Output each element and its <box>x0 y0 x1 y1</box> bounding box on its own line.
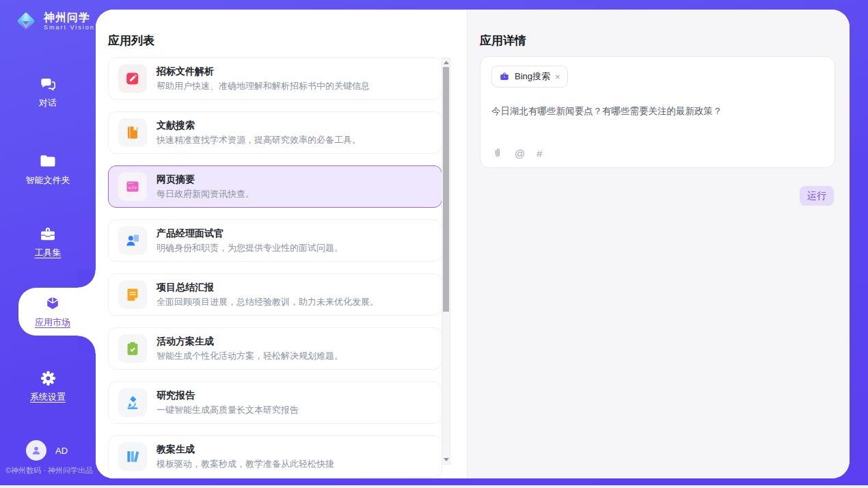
app-card-title: 教案生成 <box>157 444 334 455</box>
browser-code-icon: </> <box>118 172 147 201</box>
sidebar-item-settings[interactable]: 系统设置 <box>0 369 96 401</box>
sidebar-item-app-market[interactable]: 应用市场 <box>18 294 87 327</box>
app-card-lesson-plan[interactable]: 教案生成 模板驱动，教案秒成，教学准备从此轻松快捷 <box>108 435 442 478</box>
app-card-title: 活动方案生成 <box>157 336 343 347</box>
paperclip-icon[interactable] <box>492 148 503 159</box>
app-list: 招标文件解析 帮助用户快速、准确地理解和解析招标书中的关键信息 文献搜索 <box>108 57 442 478</box>
app-card-bid-document-parse[interactable]: 招标文件解析 帮助用户快速、准确地理解和解析招标书中的关键信息 <box>108 57 442 100</box>
hashtag-icon[interactable]: # <box>537 148 542 159</box>
sidebar-item-toolset[interactable]: 工具集 <box>0 224 96 257</box>
tab-curve-bottom <box>78 336 96 353</box>
avatar <box>26 440 46 461</box>
cube-icon <box>43 294 62 313</box>
tab-curve-top <box>78 270 96 288</box>
sidebar-item-label: 应用市场 <box>35 318 70 327</box>
run-button[interactable]: 运行 <box>800 186 834 206</box>
scrollbar-thumb[interactable] <box>443 67 449 312</box>
main-content: 应用列表 招标文件解析 帮助用户快速、准确地理解和解析招标书中的关键信息 <box>96 10 850 478</box>
chat-icon <box>39 75 57 94</box>
app-card-pm-interviewer[interactable]: 产品经理面试官 明确身份和职责，为您提供专业性的面试问题。 <box>108 219 442 262</box>
chip-close-icon[interactable]: × <box>555 72 560 81</box>
scroll-up-arrow-icon[interactable] <box>442 58 450 67</box>
sidebar-item-smart-folder[interactable]: 智能文件夹 <box>0 152 96 185</box>
sidebar-item-label: 系统设置 <box>30 392 66 401</box>
app-card-description: 模板驱动，教案秒成，教学准备从此轻松快捷 <box>157 459 334 470</box>
brand-logo: 神州问学 Smart Vision <box>14 9 95 33</box>
app-card-literature-search[interactable]: 文献搜索 快速精准查找学术资源，提高研究效率的必备工具。 <box>108 111 442 154</box>
app-card-project-summary[interactable]: 项目总结汇报 全面回顾项目进展，总结经验教训，助力未来优化发展。 <box>108 273 442 316</box>
app-card-description: 一键智能生成高质量长文本研究报告 <box>157 405 299 416</box>
folder-icon <box>38 152 57 171</box>
sidebar-item-chat[interactable]: 对话 <box>0 75 96 107</box>
app-card-title: 文献搜索 <box>157 120 361 131</box>
tool-chip-bing-search[interactable]: Bing搜索 × <box>491 66 568 87</box>
app-card-title: 招标文件解析 <box>157 66 370 77</box>
app-card-description: 智能生成个性化活动方案，轻松解决规划难题。 <box>157 351 343 362</box>
sidebar-active-tab: 应用市场 <box>18 288 96 336</box>
app-list-title: 应用列表 <box>108 33 154 49</box>
app-card-description: 全面回顾项目进展，总结经验教训，助力未来优化发展。 <box>157 297 379 308</box>
toolbox-icon <box>38 224 57 243</box>
app-frame: 神州问学 Smart Vision 对话 智能文件夹 <box>0 0 868 485</box>
copyright-text: ©神州数码 · 神州问学出品 <box>5 465 108 476</box>
user-account[interactable]: AD <box>26 440 68 461</box>
interviewer-icon <box>118 226 147 255</box>
app-card-title: 研究报告 <box>157 390 299 401</box>
app-card-event-plan[interactable]: 活动方案生成 智能生成个性化活动方案，轻松解决规划难题。 <box>108 327 442 370</box>
microscope-icon <box>118 388 147 417</box>
user-initials: AD <box>55 446 68 456</box>
brand-name: 神州问学 <box>44 12 95 24</box>
sidebar-item-label: 工具集 <box>35 248 62 257</box>
query-input[interactable]: 今日湖北有哪些新闻要点？有哪些需要关注的最新政策？ <box>491 105 824 118</box>
app-detail-panel: 应用详情 Bing搜索 × 今日湖北有哪些新闻要点？有哪些需要关注的最新政策？ <box>467 10 850 478</box>
tool-chip-label: Bing搜索 <box>515 70 550 83</box>
app-card-title: 项目总结汇报 <box>157 282 379 293</box>
app-card-title: 产品经理面试官 <box>157 228 343 239</box>
attachment-toolbar: @ # <box>492 148 543 159</box>
app-card-title: 网页摘要 <box>157 174 254 185</box>
brand-diamond-icon <box>14 9 38 33</box>
app-detail-title: 应用详情 <box>480 33 526 49</box>
app-card-research-report[interactable]: 研究报告 一键智能生成高质量长文本研究报告 <box>108 381 442 424</box>
mention-at-icon[interactable]: @ <box>515 148 525 159</box>
list-scrollbar[interactable] <box>442 57 450 465</box>
book-icon <box>118 118 147 147</box>
scroll-down-arrow-icon[interactable] <box>442 455 450 464</box>
note-icon <box>118 280 147 309</box>
sidebar-item-label: 智能文件夹 <box>26 176 70 185</box>
sidebar-item-label: 对话 <box>39 98 57 107</box>
clipboard-check-icon <box>118 334 147 363</box>
briefcase-icon <box>499 71 510 82</box>
gear-icon <box>39 369 57 388</box>
app-list-panel: 应用列表 招标文件解析 帮助用户快速、准确地理解和解析招标书中的关键信息 <box>96 10 467 478</box>
app-card-description: 帮助用户快速、准确地理解和解析招标书中的关键信息 <box>157 81 370 92</box>
app-card-description: 明确身份和职责，为您提供专业性的面试问题。 <box>157 243 343 254</box>
brand-subtitle: Smart Vision <box>44 24 95 31</box>
prompt-card: Bing搜索 × 今日湖北有哪些新闻要点？有哪些需要关注的最新政策？ @ # <box>480 56 835 168</box>
app-card-description: 快速精准查找学术资源，提高研究效率的必备工具。 <box>157 135 361 146</box>
books-icon <box>118 442 147 471</box>
app-card-description: 每日政府新闻资讯快查。 <box>157 189 254 200</box>
edit-square-icon <box>118 64 147 93</box>
svg-text:</>: </> <box>128 185 137 191</box>
app-card-web-summary[interactable]: </> 网页摘要 每日政府新闻资讯快查。 <box>108 165 442 208</box>
